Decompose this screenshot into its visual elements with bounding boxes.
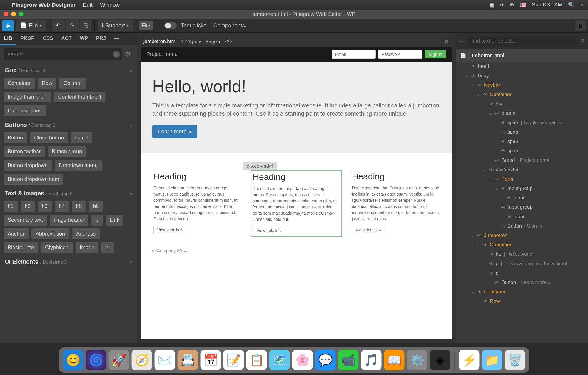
menu-icon[interactable]: ≡ bbox=[580, 2, 584, 8]
safari-icon[interactable]: 🧭 bbox=[132, 350, 152, 370]
tree-node[interactable]: ⌄👁body bbox=[456, 71, 588, 80]
ibooks-icon[interactable]: 📖 bbox=[384, 350, 405, 370]
left-tab-lib[interactable]: LIB bbox=[0, 33, 16, 45]
tree-node[interactable]: 👁Button | Learn more » bbox=[456, 278, 588, 287]
tree-node[interactable]: 👁span | Toggle navigation bbox=[456, 118, 588, 127]
calendar-icon[interactable]: 📅 bbox=[201, 350, 221, 370]
left-tab-—[interactable]: — bbox=[110, 33, 123, 45]
preview-signin-button[interactable]: Sign in bbox=[425, 50, 446, 58]
component-chip[interactable]: Caret bbox=[71, 132, 92, 143]
jumbotron-text[interactable]: This is a template for a simple marketin… bbox=[152, 101, 440, 118]
facetime-icon[interactable]: 📹 bbox=[338, 350, 359, 370]
tree-node[interactable]: ⌄👁Navbar bbox=[456, 80, 588, 90]
left-tab-act[interactable]: ACT bbox=[57, 33, 76, 45]
redo-button[interactable]: ↷ bbox=[66, 20, 79, 31]
section-header[interactable]: Grid / Bootstrap 3▾ bbox=[0, 63, 137, 76]
tray-icon[interactable]: ✈ bbox=[500, 2, 505, 8]
view-details-button[interactable]: View details » bbox=[352, 226, 385, 234]
canvas-filename[interactable]: jumbotron.html bbox=[143, 38, 176, 44]
component-chip[interactable]: Address bbox=[72, 228, 100, 239]
component-chip[interactable]: Image thumbnail bbox=[4, 92, 51, 102]
test-clicks-toggle[interactable] bbox=[164, 22, 177, 29]
col-heading[interactable]: Heading bbox=[352, 171, 439, 181]
preview-jumbotron[interactable]: Hello, world! This is a template for a s… bbox=[141, 62, 452, 153]
section-header[interactable]: Buttons / Bootstrap 3▾ bbox=[0, 118, 137, 131]
learn-more-button[interactable]: Learn more » bbox=[152, 125, 197, 138]
tree-node[interactable]: ⌄👁button bbox=[456, 109, 588, 118]
itunes-icon[interactable]: 🎵 bbox=[361, 350, 382, 370]
component-chip[interactable]: Secondary text bbox=[4, 215, 47, 226]
component-chip[interactable]: Abbreviation bbox=[31, 228, 69, 239]
component-chip[interactable]: h4 bbox=[55, 201, 69, 212]
component-chip[interactable]: Column bbox=[59, 78, 86, 89]
tree-node[interactable]: ⌄👁p bbox=[456, 268, 588, 278]
search-icon[interactable]: 🔍 bbox=[568, 2, 574, 8]
app-icon[interactable]: ⚡ bbox=[459, 350, 480, 370]
undo-button[interactable]: ↶ bbox=[52, 20, 65, 31]
component-chip[interactable]: Blockquote bbox=[4, 242, 38, 253]
preview-canvas[interactable]: Project name Sign in Hello, world! This … bbox=[141, 47, 452, 339]
menu-window[interactable]: Window bbox=[100, 2, 120, 8]
preview-column[interactable]: HeadingDonec id elit non mi porta gravid… bbox=[152, 170, 242, 237]
component-chip[interactable]: Button toolbar bbox=[4, 146, 45, 157]
tree-node[interactable]: ›👁head bbox=[456, 62, 588, 71]
component-chip[interactable]: h2 bbox=[21, 201, 35, 212]
component-chip[interactable]: Close button bbox=[30, 132, 68, 143]
contacts-icon[interactable]: 📇 bbox=[178, 350, 198, 370]
tree-node[interactable]: 👁span bbox=[456, 146, 588, 156]
tree-node[interactable]: 👁span bbox=[456, 127, 588, 137]
preview-column[interactable]: HeadingDonec sed odio dui. Cras justo od… bbox=[351, 170, 440, 237]
component-chip[interactable]: Button bbox=[4, 132, 27, 143]
settings-icon[interactable]: ⚙️ bbox=[407, 350, 427, 370]
component-chip[interactable]: Link bbox=[106, 215, 123, 226]
component-chip[interactable]: p bbox=[91, 215, 103, 226]
tree-node[interactable]: 👁Input bbox=[456, 193, 588, 203]
col-text[interactable]: Donec id elit non mi porta gravida at eg… bbox=[253, 186, 340, 223]
notes-icon[interactable]: 📝 bbox=[223, 350, 244, 370]
pinegrow-logo-icon[interactable]: ◈ bbox=[2, 20, 14, 31]
tray-icon[interactable]: ⎚ bbox=[510, 2, 514, 8]
components-menu[interactable]: Components▾ bbox=[211, 22, 250, 29]
support-menu-button[interactable]: ℹ Support ▾ bbox=[98, 20, 133, 31]
zoom-select[interactable]: Fit▾ bbox=[139, 21, 153, 30]
minimize-window-button[interactable] bbox=[11, 12, 16, 16]
component-chip[interactable]: Glyphicon bbox=[41, 242, 73, 253]
clear-search-icon[interactable]: ✕ bbox=[113, 51, 120, 58]
component-chip[interactable]: h6 bbox=[89, 201, 103, 212]
pinegrow-dock-icon[interactable]: ◈ bbox=[430, 350, 450, 370]
component-chip[interactable]: Row bbox=[38, 78, 56, 89]
component-chip[interactable]: Image bbox=[76, 242, 98, 253]
component-chip[interactable]: h3 bbox=[38, 201, 52, 212]
component-chip[interactable]: Clear columns bbox=[4, 105, 46, 116]
reminders-icon[interactable]: 📋 bbox=[246, 350, 267, 370]
component-chip[interactable]: Container bbox=[4, 78, 35, 89]
tree-node[interactable]: ⌄👁Form bbox=[456, 174, 588, 184]
clear-tree-search-icon[interactable]: ✕ bbox=[580, 38, 584, 44]
layout-grid-icon[interactable]: ▦ bbox=[575, 20, 586, 31]
tree-node[interactable]: 👁Brand | Project name bbox=[456, 156, 588, 165]
view-details-button[interactable]: View details » bbox=[153, 226, 186, 234]
canvas-size[interactable]: 1024px ▾ bbox=[181, 38, 201, 45]
left-tab-prj[interactable]: PRJ bbox=[92, 33, 110, 45]
col-heading[interactable]: Heading bbox=[153, 171, 241, 181]
component-chip[interactable]: Anchor bbox=[4, 228, 29, 239]
tree-file-header[interactable]: 📄 jumbotron.html bbox=[456, 49, 588, 62]
menubar-app-name[interactable]: Pinegrow Web Designer bbox=[12, 2, 76, 8]
component-chip[interactable]: Button group bbox=[48, 146, 86, 157]
menubar-clock[interactable]: Sun 8:31 AM bbox=[532, 2, 562, 8]
view-details-button[interactable]: View details » bbox=[253, 226, 285, 235]
maps-icon[interactable]: 🗺️ bbox=[269, 350, 290, 370]
page-menu[interactable]: Page ▾ bbox=[205, 38, 221, 45]
close-window-button[interactable] bbox=[4, 12, 8, 16]
col-text[interactable]: Donec id elit non mi porta gravida at eg… bbox=[153, 185, 241, 222]
preview-column[interactable]: HeadingDonec id elit non mi porta gravid… bbox=[251, 170, 342, 237]
settings-gear-icon[interactable]: ⚙ bbox=[122, 50, 133, 58]
tree-node[interactable]: 👁Button | Sign in bbox=[456, 221, 588, 231]
code-view-icon[interactable]: </> bbox=[225, 38, 232, 44]
folder-icon[interactable]: 📁 bbox=[482, 350, 502, 370]
jumbotron-heading[interactable]: Hello, world! bbox=[152, 76, 440, 96]
tree-node[interactable]: 👁span bbox=[456, 137, 588, 146]
left-tab-prop[interactable]: PROP bbox=[16, 33, 39, 45]
component-chip[interactable]: hr bbox=[101, 242, 114, 253]
component-chip[interactable]: h5 bbox=[72, 201, 86, 212]
